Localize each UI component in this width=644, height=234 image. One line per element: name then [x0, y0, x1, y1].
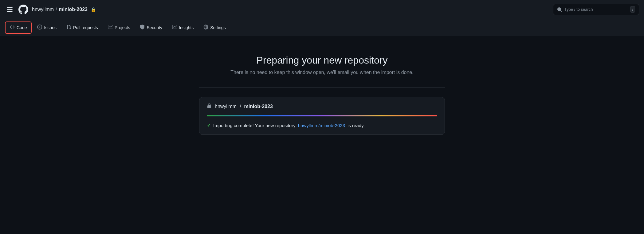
search-box[interactable]: Type / to search / — [553, 4, 639, 15]
pull-requests-icon — [66, 25, 71, 30]
tab-security-label: Security — [147, 25, 162, 30]
repo-card-name: miniob-2023 — [244, 104, 273, 109]
tab-issues[interactable]: Issues — [33, 21, 61, 34]
breadcrumb: hnwyllmm / miniob-2023 🔒 — [32, 7, 96, 12]
tab-insights-label: Insights — [179, 25, 194, 30]
success-suffix: is ready. — [348, 123, 365, 128]
success-message: ✓ Importing complete! Your new repositor… — [207, 123, 437, 128]
tab-insights[interactable]: Insights — [168, 21, 198, 34]
tab-pull-requests[interactable]: Pull requests — [62, 21, 102, 34]
page-title: Preparing your new repository — [257, 55, 388, 66]
tab-settings[interactable]: Settings — [199, 21, 230, 34]
repo-ready-link[interactable]: hnwyllmm/miniob-2023 — [298, 123, 345, 128]
search-placeholder-text: Type / to search — [564, 7, 593, 12]
settings-icon — [203, 25, 208, 30]
repo-nav: Code Issues Pull requests Projects — [0, 19, 644, 36]
check-icon: ✓ — [207, 123, 211, 128]
tab-projects[interactable]: Projects — [104, 21, 135, 34]
repo-card-header: hnwyllmm/miniob-2023 — [207, 103, 437, 110]
repo-card: hnwyllmm/miniob-2023 ✓ Importing complet… — [199, 97, 445, 135]
tab-code[interactable]: Code — [5, 21, 32, 34]
breadcrumb-repo: miniob-2023 — [59, 7, 88, 12]
projects-icon — [108, 25, 113, 30]
issues-icon — [37, 25, 42, 30]
breadcrumb-separator: / — [56, 7, 57, 12]
github-logo — [18, 5, 28, 14]
tab-settings-label: Settings — [210, 25, 226, 30]
insights-icon — [172, 25, 177, 30]
tab-security[interactable]: Security — [135, 21, 167, 34]
repo-card-owner: hnwyllmm — [215, 104, 237, 109]
success-prefix: Importing complete! Your new repository — [213, 123, 296, 128]
repo-card-sep: / — [240, 104, 241, 109]
code-icon — [10, 25, 15, 30]
tab-projects-label: Projects — [115, 25, 130, 30]
page-subtitle: There is no need to keep this window ope… — [230, 70, 413, 75]
tab-code-label: Code — [17, 25, 27, 30]
tab-pull-requests-label: Pull requests — [73, 25, 98, 30]
breadcrumb-owner[interactable]: hnwyllmm — [32, 7, 54, 12]
progress-bar — [207, 115, 437, 116]
divider — [199, 88, 445, 88]
security-icon — [140, 25, 145, 30]
search-shortcut: / — [630, 6, 635, 13]
main-content: Preparing your new repository There is n… — [0, 36, 644, 153]
tab-issues-label: Issues — [44, 25, 56, 30]
lock-icon: 🔒 — [91, 7, 96, 12]
repo-card-lock-icon — [207, 103, 212, 110]
hamburger-button[interactable] — [5, 5, 15, 14]
top-nav: hnwyllmm / miniob-2023 🔒 Type / to searc… — [0, 0, 644, 19]
